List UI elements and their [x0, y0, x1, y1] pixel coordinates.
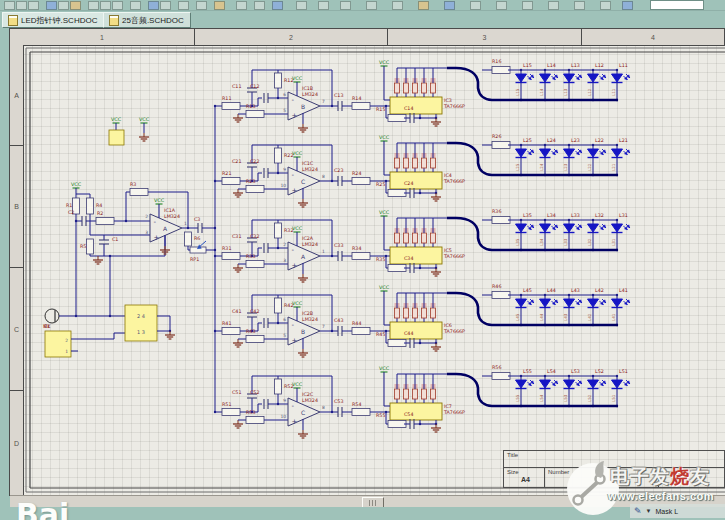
- led-L11[interactable]: L11L11: [611, 63, 631, 101]
- toolbar-button[interactable]: [522, 1, 533, 10]
- resistor-R12[interactable]: R12: [275, 73, 294, 88]
- toolbar-button[interactable]: [254, 1, 265, 10]
- led-L35[interactable]: L35L35: [515, 213, 535, 251]
- resistor-R24[interactable]: R24: [352, 171, 370, 185]
- led-L22[interactable]: L22L22: [587, 138, 607, 176]
- led-L45[interactable]: L45L45: [515, 288, 535, 326]
- led-L13[interactable]: L13L13: [563, 63, 583, 101]
- toolbar-button[interactable]: [622, 1, 633, 10]
- resistor-R32[interactable]: R32: [275, 223, 294, 238]
- toolbar-button[interactable]: [366, 1, 377, 10]
- tab-audio-schdoc[interactable]: 25音频.SCHDOC: [103, 12, 191, 28]
- capacitor-C42[interactable]: C42: [250, 309, 268, 328]
- toolbar-button[interactable]: [88, 1, 99, 10]
- led-L53[interactable]: L53L53: [563, 369, 583, 407]
- driver-ic-IC7[interactable]: IC7TA7666P: [390, 403, 465, 420]
- resistor-R51[interactable]: R51: [222, 402, 240, 416]
- capacitor-C22[interactable]: C22: [250, 159, 268, 178]
- capacitor-C43[interactable]: C43: [334, 318, 343, 336]
- capacitor-C52[interactable]: C52: [250, 390, 268, 409]
- led-L54[interactable]: L54L54: [539, 369, 559, 407]
- toolbar-button[interactable]: [444, 1, 455, 10]
- resistor-R11[interactable]: R11: [222, 96, 240, 110]
- led-L21[interactable]: L21L21: [611, 138, 631, 176]
- resistor-R53[interactable]: R53: [246, 410, 264, 424]
- led-L31[interactable]: L31L31: [611, 213, 631, 251]
- toolbar-button[interactable]: [318, 1, 329, 10]
- led-L44[interactable]: L44L44: [539, 288, 559, 326]
- toolbar-button[interactable]: [470, 1, 481, 10]
- toolbar-button[interactable]: [16, 1, 27, 10]
- led-L51[interactable]: L51L51: [611, 369, 631, 407]
- battery-E1[interactable]: E121: [44, 324, 71, 357]
- resistor-R31[interactable]: R31: [222, 246, 240, 260]
- power-connector[interactable]: [109, 130, 124, 145]
- resistor-R21[interactable]: R21: [222, 171, 240, 185]
- led-L24[interactable]: L24L24: [539, 138, 559, 176]
- led-L23[interactable]: L23L23: [563, 138, 583, 176]
- resistor-R54[interactable]: R54: [352, 402, 370, 416]
- resistor-R13[interactable]: R13: [246, 104, 264, 118]
- resistor-R23[interactable]: R23: [246, 179, 264, 193]
- schematic-drawing[interactable]: VCCR1R4C2R2R3R5C1-+AIC1ALM324231VCCC3R6R…: [0, 0, 725, 520]
- potentiometer-RP1[interactable]: RP1: [190, 241, 206, 262]
- toolbar-button[interactable]: [548, 1, 559, 10]
- led-L25[interactable]: L25L25: [515, 138, 535, 176]
- toolbar-button[interactable]: [28, 1, 39, 10]
- resistor-R5[interactable]: R5: [80, 239, 94, 254]
- led-L33[interactable]: L33L33: [563, 213, 583, 251]
- toolbar-button[interactable]: [196, 1, 207, 10]
- capacitor-C3[interactable]: C3: [194, 217, 202, 233]
- connector[interactable]: 2 41 3: [125, 305, 157, 341]
- led-L14[interactable]: L14L14: [539, 63, 559, 101]
- resistor-R3[interactable]: R3: [130, 182, 148, 196]
- resistor-R43[interactable]: R43: [246, 329, 264, 343]
- resistor-R46[interactable]: R46: [492, 284, 510, 299]
- toolbar-button[interactable]: [418, 1, 429, 10]
- toolbar-button[interactable]: [70, 1, 81, 10]
- opamp-IC1A[interactable]: -+AIC1ALM324231: [145, 208, 187, 242]
- capacitor-C13[interactable]: C13: [334, 93, 343, 111]
- opamp-IC1B[interactable]: -+BIC1BLM324657: [283, 86, 325, 120]
- toolbar-button[interactable]: [272, 1, 283, 10]
- toolbar-button[interactable]: [392, 1, 403, 10]
- resistor-R6[interactable]: R6: [185, 232, 201, 246]
- toolbar-button[interactable]: [160, 1, 171, 10]
- led-L43[interactable]: L43L43: [563, 288, 583, 326]
- toolbar-button[interactable]: [600, 1, 611, 10]
- capacitor-C32[interactable]: C32: [250, 234, 268, 253]
- resistor-R44[interactable]: R44: [352, 321, 370, 335]
- resistor-R26[interactable]: R26: [492, 134, 510, 149]
- led-L55[interactable]: L55L55: [515, 369, 535, 407]
- toolbar-button[interactable]: [148, 1, 159, 10]
- driver-ic-IC5[interactable]: IC5TA7666P: [390, 247, 465, 264]
- resistor-R2[interactable]: R2: [96, 211, 114, 225]
- resistor-R34[interactable]: R34: [352, 246, 370, 260]
- resistor-R56[interactable]: R56: [492, 365, 510, 380]
- toolbar-button[interactable]: [4, 1, 15, 10]
- pencil-icon[interactable]: ✎: [634, 507, 642, 516]
- resistor-R14[interactable]: R14: [352, 96, 370, 110]
- toolbar-button[interactable]: [496, 1, 507, 10]
- capacitor-C33[interactable]: C33: [334, 243, 343, 261]
- resistor-R36[interactable]: R36: [492, 209, 510, 224]
- toolbar-button[interactable]: [296, 1, 307, 10]
- toolbar-button[interactable]: [100, 1, 111, 10]
- capacitor-C12[interactable]: C12: [250, 84, 268, 103]
- led-L41[interactable]: L41L41: [611, 288, 631, 326]
- toolbar-button[interactable]: [574, 1, 585, 10]
- toolbar-button[interactable]: [130, 1, 141, 10]
- driver-ic-IC6[interactable]: IC6TA7666P: [390, 322, 465, 339]
- toolbar-button[interactable]: [340, 1, 351, 10]
- led-L15[interactable]: L15L15: [515, 63, 535, 101]
- dropdown-arrow-icon[interactable]: ▼: [646, 508, 652, 514]
- led-L42[interactable]: L42L42: [587, 288, 607, 326]
- toolbar-button[interactable]: [236, 1, 247, 10]
- toolbar-button[interactable]: [112, 1, 123, 10]
- resistor-R16[interactable]: R16: [492, 59, 510, 74]
- tab-led-clock-schdoc[interactable]: LED指针钟.SCHDOC: [2, 12, 104, 28]
- capacitor-C53[interactable]: C53: [334, 399, 343, 417]
- opamp-IC2B[interactable]: -+BIC2BLM324657: [283, 311, 325, 345]
- resistor-R41[interactable]: R41: [222, 321, 240, 335]
- driver-ic-IC4[interactable]: IC4TA7666P: [390, 172, 465, 189]
